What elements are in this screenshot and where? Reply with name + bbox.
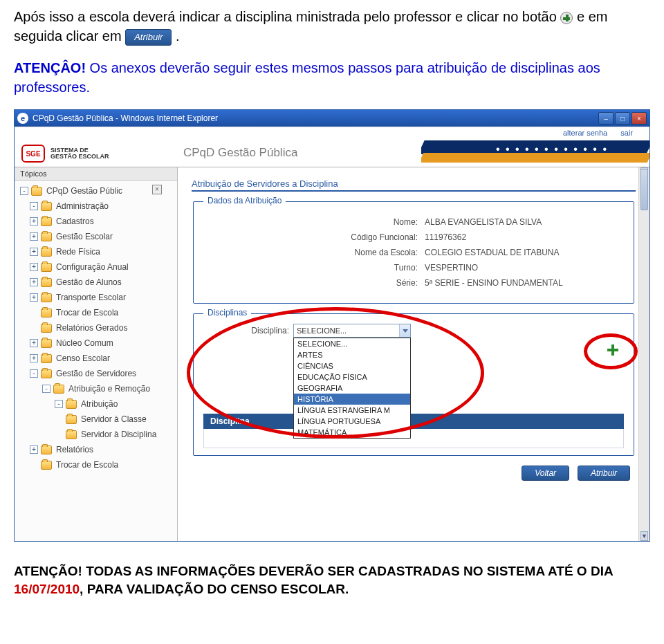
sidebar-item-label: Atribuição xyxy=(81,399,118,409)
sidebar-item[interactable]: Servidor à Disciplina xyxy=(17,427,177,442)
maximize-button[interactable]: □ xyxy=(615,112,630,125)
dropdown-option[interactable]: HISTÓRIA xyxy=(294,394,410,405)
app-header: alterar senha sair SGE SISTEMA DE GESTÃO… xyxy=(15,127,649,167)
window-title-bar: e CPqD Gestão Pública - Windows Internet… xyxy=(15,110,649,127)
expand-icon[interactable]: + xyxy=(30,248,38,256)
disciplina-select[interactable]: SELECIONE... SELECIONE...ARTESCIÊNCIASED… xyxy=(293,324,411,338)
panel-rule xyxy=(192,190,636,192)
footer-date: 16/07/2010 xyxy=(14,582,80,596)
expand-icon[interactable]: + xyxy=(30,445,38,454)
vertical-scrollbar[interactable]: ▲ ▼ xyxy=(638,167,649,541)
sidebar-item[interactable]: +Configuração Anual xyxy=(17,259,177,275)
sidebar-item[interactable]: Relatórios Gerados xyxy=(17,320,177,335)
sidebar-item-label: Transporte Escolar xyxy=(56,293,126,302)
table-empty-row xyxy=(203,429,624,448)
value-turno: VESPERTINO xyxy=(425,263,624,273)
collapse-icon[interactable]: - xyxy=(42,385,50,393)
sidebar-item-label: Gestão de Alunos xyxy=(56,277,122,287)
sidebar-item[interactable]: +Gestão Escolar xyxy=(17,229,177,244)
collapse-icon[interactable]: - xyxy=(30,369,38,378)
folder-icon xyxy=(41,293,52,302)
dropdown-option[interactable]: CIÊNCIAS xyxy=(294,360,410,371)
banner-title: CPqD Gestão Pública xyxy=(183,146,297,160)
sair-link[interactable]: sair xyxy=(620,129,633,137)
folder-icon xyxy=(41,354,52,363)
folder-icon xyxy=(66,400,77,409)
sidebar: Tópicos -CPqD Gestão Públic×-Administraç… xyxy=(15,167,178,541)
logo-area: SGE SISTEMA DE GESTÃO ESCOLAR xyxy=(15,145,181,163)
label-codigo: Código Funcional: xyxy=(203,232,425,242)
folder-icon xyxy=(31,187,42,196)
dropdown-option[interactable]: ARTES xyxy=(294,349,410,360)
sidebar-item[interactable]: -Administração xyxy=(17,199,177,214)
sidebar-item[interactable]: +Relatórios xyxy=(17,442,177,457)
sidebar-item[interactable]: +Gestão de Alunos xyxy=(17,275,177,290)
folder-icon xyxy=(41,232,52,241)
expand-icon[interactable]: + xyxy=(30,354,38,362)
footer-tail: , PARA VALIDAÇÃO DO CENSO ESCOLAR. xyxy=(80,582,349,596)
legend-disciplinas: Disciplinas xyxy=(203,308,251,318)
logo-text: SISTEMA DE GESTÃO ESCOLAR xyxy=(50,147,109,160)
ie-icon: e xyxy=(17,113,28,124)
sidebar-item[interactable]: Servidor à Classe xyxy=(17,412,177,427)
sge-logo: SGE xyxy=(21,145,45,163)
banner-graphic: • • • • • • • • • • • • xyxy=(421,140,649,167)
sidebar-item-label: Trocar de Escola xyxy=(56,460,118,470)
folder-icon xyxy=(41,278,52,287)
fieldset-disciplinas: Disciplinas Disciplina: SELECIONE... SEL… xyxy=(193,313,634,456)
dropdown-option[interactable]: MATEMÁTICA xyxy=(294,427,410,438)
dropdown-option[interactable]: LÍNGUA ESTRANGEIRA M xyxy=(294,405,410,416)
dropdown-option[interactable]: GEOGRAFIA xyxy=(294,383,410,394)
scroll-down-button[interactable]: ▼ xyxy=(640,531,648,541)
dropdown-option[interactable]: SELECIONE... xyxy=(294,338,410,349)
atribuir-inline-button: Atribuir xyxy=(125,29,172,46)
sidebar-item[interactable]: -Atribuição xyxy=(17,396,177,412)
select-value: SELECIONE... xyxy=(297,326,347,335)
sidebar-item[interactable]: -Atribuição e Remoção xyxy=(17,381,177,396)
sidebar-item[interactable]: +Rede Física xyxy=(17,244,177,259)
footer-bold: ATENÇÃO! TODAS AS INFORMAÇÕES DEVERÃO SE… xyxy=(14,564,613,578)
select-box[interactable]: SELECIONE... xyxy=(293,324,411,338)
collapse-icon[interactable]: - xyxy=(20,187,28,195)
add-disciplina-button[interactable] xyxy=(607,344,618,356)
sidebar-item[interactable]: +Cadastros xyxy=(17,214,177,229)
sidebar-item[interactable]: Trocar de Escola xyxy=(17,305,177,320)
expand-icon[interactable]: + xyxy=(30,339,38,347)
expand-icon[interactable]: + xyxy=(30,278,38,286)
alterar-senha-link[interactable]: alterar senha xyxy=(563,129,607,137)
sidebar-item-label: Gestão Escolar xyxy=(56,232,113,241)
fieldset-dados: Dados da Atribuição Nome:ALBA EVANGELIST… xyxy=(193,201,634,304)
sidebar-item[interactable]: Trocar de Escola xyxy=(17,457,177,472)
disciplina-dropdown[interactable]: SELECIONE...ARTESCIÊNCIASEDUCAÇÃO FÍSICA… xyxy=(293,338,411,439)
expand-icon[interactable]: + xyxy=(30,217,38,226)
dropdown-option[interactable]: LÍNGUA PORTUGUESA xyxy=(294,416,410,427)
folder-icon xyxy=(41,339,52,348)
sidebar-item-label: Administração xyxy=(56,201,109,211)
folder-icon xyxy=(41,369,52,378)
dropdown-option[interactable]: EDUCAÇÃO FÍSICA xyxy=(294,371,410,383)
sidebar-item-label: Censo Escolar xyxy=(56,353,110,363)
sidebar-item[interactable]: +Transporte Escolar xyxy=(17,290,177,305)
expand-icon[interactable]: + xyxy=(30,263,38,271)
expand-icon[interactable]: + xyxy=(30,232,38,241)
sidebar-item[interactable]: +Censo Escolar xyxy=(17,351,177,366)
sidebar-item-label: Configuração Anual xyxy=(56,262,129,272)
close-icon[interactable]: × xyxy=(152,185,162,194)
close-button[interactable]: × xyxy=(631,112,647,125)
label-turno: Turno: xyxy=(203,263,425,273)
folder-icon xyxy=(41,461,52,470)
expand-icon[interactable]: + xyxy=(30,293,38,302)
voltar-button[interactable]: Voltar xyxy=(522,466,569,481)
folder-icon xyxy=(66,430,77,439)
sidebar-item[interactable]: -Gestão de Servidores xyxy=(17,366,177,381)
collapse-icon[interactable]: - xyxy=(55,400,63,408)
banner: CPqD Gestão Pública • • • • • • • • • • … xyxy=(181,140,649,167)
folder-icon xyxy=(41,217,52,226)
action-bar: Voltar Atribuir xyxy=(187,466,630,481)
sidebar-item-label: Gestão de Servidores xyxy=(56,369,136,378)
collapse-icon[interactable]: - xyxy=(30,202,38,210)
scroll-thumb[interactable] xyxy=(640,169,648,210)
atribuir-button[interactable]: Atribuir xyxy=(578,466,630,481)
minimize-button[interactable]: – xyxy=(598,112,614,125)
sidebar-item[interactable]: +Núcleo Comum xyxy=(17,335,177,351)
